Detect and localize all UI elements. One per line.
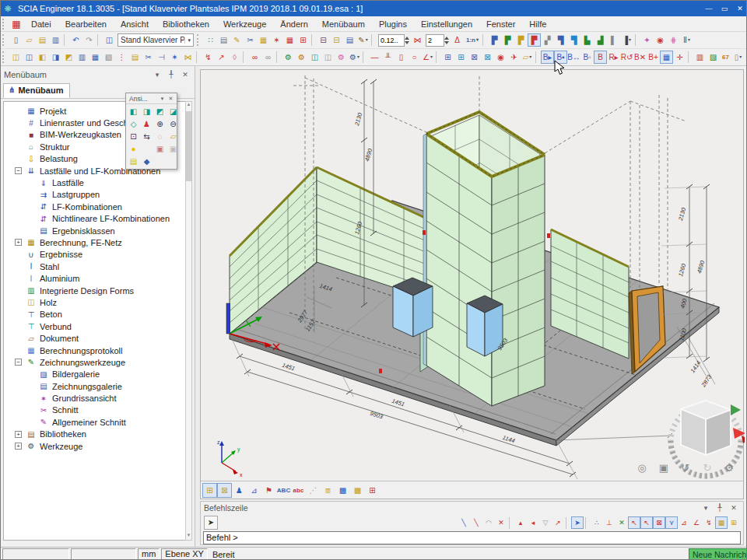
rib-tool-1-icon[interactable]: R▸ xyxy=(607,51,620,64)
load-panel-3-icon[interactable]: B↔ xyxy=(567,51,580,64)
sidebar-item-lastfälle[interactable]: ⇓Lastfälle xyxy=(4,177,191,188)
units-settings-icon[interactable]: ∷ xyxy=(204,33,217,47)
spinner-arrows-icon[interactable] xyxy=(444,36,449,45)
nav-orbit-icon[interactable]: ↺ xyxy=(678,460,693,475)
pointer-mode-button[interactable]: ➤ xyxy=(204,516,218,530)
snap-endpoint-icon[interactable]: ▴ xyxy=(514,516,527,529)
maximize-button-icon[interactable]: ▭ xyxy=(717,2,732,15)
view-frame-6-icon[interactable]: ▜ xyxy=(554,33,567,47)
view-frame-10-icon[interactable]: ▌ xyxy=(607,33,620,47)
view-free-icon[interactable]: ◇ xyxy=(128,118,139,130)
snap-edge-icon[interactable]: ↖ xyxy=(640,516,653,529)
display-scale-spinner[interactable]: 0.12.. xyxy=(378,34,409,47)
nav-cube-home-icon[interactable]: ▣ xyxy=(656,460,672,475)
line-width-spinner[interactable]: 2 xyxy=(426,34,449,47)
view-axon-4-icon[interactable]: ◪ xyxy=(167,106,179,117)
angle-tool-icon[interactable]: Δ xyxy=(451,33,464,47)
member-data-icon[interactable]: ◫ xyxy=(308,51,321,64)
copy-multi-icon[interactable]: ◧ xyxy=(36,51,49,64)
draw-circle-icon[interactable]: ○ xyxy=(408,51,421,64)
chevron-down-icon[interactable]: ▾ xyxy=(151,69,163,80)
command-input[interactable]: Befehl > xyxy=(203,531,741,544)
annotations-icon[interactable]: ✎ xyxy=(230,33,244,47)
layers-icon[interactable]: ▤ xyxy=(217,33,230,47)
explode-icon[interactable]: ✶ xyxy=(168,51,181,64)
menu-hilfe[interactable]: Hilfe xyxy=(522,18,553,30)
move-element-icon[interactable]: ◨ xyxy=(49,51,62,64)
snap-flash-icon[interactable]: ↯ xyxy=(703,516,715,529)
close-icon[interactable]: ✕ xyxy=(728,502,740,513)
zoom-in-icon[interactable]: ⊕ xyxy=(154,118,166,130)
copy-node-icon[interactable]: ◫ xyxy=(9,51,23,64)
save-icon[interactable]: ▥ xyxy=(49,33,62,47)
save-all-icon[interactable]: ▤ xyxy=(36,33,49,47)
load-panel-2-icon[interactable]: B▪ xyxy=(554,51,567,64)
scroll-up-icon[interactable]: ▲ xyxy=(186,102,191,109)
spinner-arrows-icon[interactable] xyxy=(405,36,409,45)
image-export-icon[interactable]: ▨ xyxy=(707,51,720,64)
photo-view-disabled-icon[interactable]: ▣ xyxy=(167,143,179,155)
sidebar-item-lf-kombinationen[interactable]: ⇵LF-Kombinationen xyxy=(4,201,191,212)
snap-midpoint-icon[interactable]: ◂ xyxy=(527,516,539,529)
sidebar-item-nichtlineare-lf-kombinationen[interactable]: ⇵Nichtlineare LF-Kombinationen xyxy=(4,213,191,225)
sidebar-item-zeichnungswerkzeuge[interactable]: −✎Zeichnungswerkzeuge xyxy=(4,356,191,368)
snap-raster-points-icon[interactable]: ⊞ xyxy=(728,516,740,529)
scia-menu-icon[interactable]: ▦ xyxy=(9,19,24,30)
light-toggle-icon[interactable]: ● xyxy=(128,143,139,155)
view-axon-2-icon[interactable]: ◨ xyxy=(141,106,153,117)
clipboard-icon[interactable]: ▦ xyxy=(257,33,270,47)
sidebar-item-bildergalerie[interactable]: ▨Bildergalerie xyxy=(4,369,191,380)
eraser-icon[interactable]: ◊ xyxy=(228,51,241,64)
draw-angle-icon[interactable]: ∠▾ xyxy=(421,51,434,64)
expander-icon[interactable]: + xyxy=(15,239,22,246)
scrollbar-thumb[interactable] xyxy=(186,111,191,181)
join-icon[interactable]: ▤ xyxy=(128,51,142,64)
snap-box-icon[interactable]: ⊠ xyxy=(653,516,665,529)
menu-fenster[interactable]: Fenster xyxy=(479,18,522,30)
snap-arc-icon[interactable]: ◠ xyxy=(482,516,495,529)
cube-view-icon[interactable]: ◆ xyxy=(141,156,153,167)
panel-tool-1-icon[interactable]: ⊞ xyxy=(441,51,454,64)
view-layers-filter-icon[interactable]: ≣ xyxy=(321,483,335,498)
menu-plugins[interactable]: Plugins xyxy=(372,18,414,30)
load-panel-5-icon[interactable]: B xyxy=(594,51,607,64)
snap-middle-icon[interactable]: ⋎ xyxy=(665,516,678,529)
menu-menübaum[interactable]: Menübaum xyxy=(315,18,372,30)
check-structure-off-icon[interactable]: ∞ xyxy=(261,51,275,64)
sidebar-item-grundrissansicht[interactable]: ✶Grundrissansicht xyxy=(4,392,191,404)
toolbar-grip[interactable] xyxy=(2,51,7,63)
snap-ortho-icon[interactable]: ⊥ xyxy=(603,516,615,529)
snap-raster-icon[interactable]: ▦ xyxy=(715,516,728,529)
draw-frame-icon[interactable]: ▯ xyxy=(395,51,408,64)
sidebar-item-aluminium[interactable]: ⅠAluminium xyxy=(4,272,191,284)
photo-view-icon[interactable]: ▣ xyxy=(154,143,166,155)
model-viewport[interactable]: 2130 1260 400 1100 4890 2130 4890 1260 1… xyxy=(200,69,744,499)
move-handle-icon[interactable]: ↗ xyxy=(215,51,228,64)
view-frame-5-icon[interactable]: ▞ xyxy=(541,33,554,47)
array-icon[interactable]: ▦ xyxy=(89,51,102,64)
move-load-icon[interactable]: ✛ xyxy=(673,51,686,64)
nav-green-arrow-icon[interactable] xyxy=(731,404,741,415)
sidebar-item-werkzeuge[interactable]: +⚙Werkzeuge xyxy=(4,440,191,452)
print-icon[interactable]: ⊟ xyxy=(317,33,330,47)
view-names-icon[interactable]: ABC xyxy=(276,483,291,498)
undo-icon[interactable]: ↶ xyxy=(69,33,82,47)
snap-perpendicular-icon[interactable]: ▽ xyxy=(539,516,552,529)
blue-box-1[interactable] xyxy=(393,278,433,337)
scroll-down-icon[interactable]: ▼ xyxy=(186,533,191,540)
panel-tool-2-icon[interactable]: ⊞ xyxy=(454,51,468,64)
table-results-icon[interactable]: ▦ xyxy=(283,33,296,47)
notification-badge[interactable]: Neue Nachrichten xyxy=(689,548,747,560)
rib-tool-2-icon[interactable]: R↺ xyxy=(620,51,633,64)
menu-datei[interactable]: Datei xyxy=(24,18,58,30)
nav-zoom-icon[interactable]: ◎ xyxy=(634,460,650,475)
delete-load-icon[interactable]: B✕ xyxy=(633,51,647,64)
stretch-icon[interactable]: ▧ xyxy=(102,51,115,64)
view-frame-11-icon[interactable]: ▐▾ xyxy=(620,33,633,47)
print-view-icon[interactable]: ▱ xyxy=(167,131,179,142)
sidebar-item-holz[interactable]: ◫Holz xyxy=(4,296,191,308)
expander-icon[interactable]: + xyxy=(15,431,22,438)
chevron-down-icon[interactable]: ▾ xyxy=(700,502,712,513)
info-query-icon[interactable]: Ⅱ▾ xyxy=(680,33,693,47)
view-frame-4-icon[interactable]: ▛ xyxy=(528,33,541,47)
